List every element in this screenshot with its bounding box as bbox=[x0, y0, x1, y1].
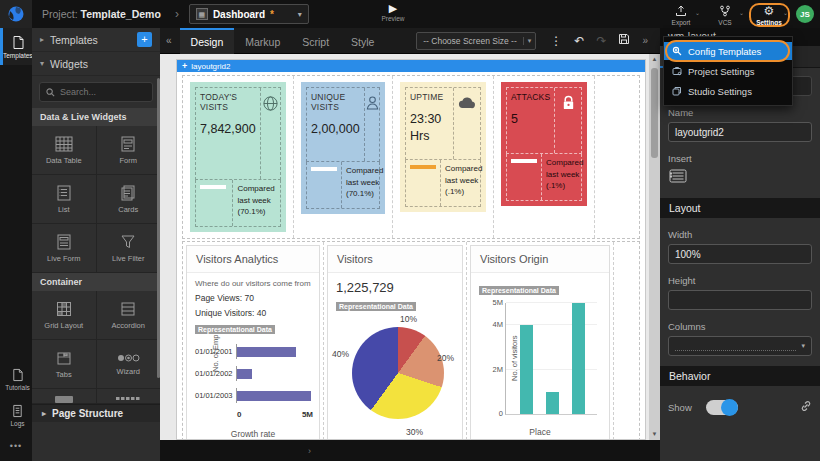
caret-down-icon: ▾ bbox=[523, 37, 536, 45]
save-icon[interactable] bbox=[618, 33, 630, 48]
panel-title: Visitors Analytics bbox=[187, 246, 319, 273]
rail-item-logs[interactable]: Logs bbox=[0, 397, 32, 433]
play-icon: ▶ bbox=[378, 3, 408, 14]
widgets-panel: ▸ Templates + ▾ Widgets Data & Live Widg… bbox=[32, 28, 160, 461]
canvas-page[interactable]: + layoutgrid2 TODAY'S VISITS 7,842,900 bbox=[176, 59, 646, 440]
tab-script[interactable]: Script bbox=[291, 28, 340, 54]
app-logo[interactable] bbox=[0, 0, 32, 28]
widget-item-wizard[interactable]: Wizard bbox=[97, 340, 161, 388]
widget-item-partial-right[interactable] bbox=[97, 389, 161, 403]
scroll-up-icon[interactable]: ▲ bbox=[649, 54, 660, 65]
redo-icon[interactable]: ↷ bbox=[596, 34, 606, 48]
height-field[interactable] bbox=[668, 290, 812, 310]
accordion-icon bbox=[119, 300, 137, 318]
rail-more-button[interactable]: ••• bbox=[0, 433, 32, 461]
canvas-scrollbar[interactable]: ▲ ▼ bbox=[649, 54, 660, 440]
card-note: Compared last week (.1%) bbox=[542, 154, 587, 200]
widget-item-tabs[interactable]: Tabs bbox=[32, 340, 96, 388]
user-avatar[interactable]: JS bbox=[796, 5, 814, 23]
search-icon bbox=[46, 88, 55, 97]
insert-row-button[interactable] bbox=[668, 168, 812, 188]
live-form-icon bbox=[55, 233, 73, 251]
widget-search[interactable] bbox=[39, 82, 153, 102]
group-data-live-widgets: Data & Live Widgets bbox=[32, 108, 160, 126]
spark-bar bbox=[511, 159, 537, 163]
menu-item-project-settings[interactable]: Project Settings bbox=[664, 62, 792, 80]
card-title: UPTIME bbox=[410, 92, 449, 102]
spark-bar bbox=[410, 165, 436, 169]
kebab-menu-icon[interactable]: ⋮ bbox=[550, 34, 562, 48]
undo-icon[interactable]: ↶ bbox=[574, 34, 584, 48]
widget-item-partial-left[interactable] bbox=[32, 389, 96, 403]
rail-item-templates[interactable]: Templates bbox=[0, 28, 32, 65]
spark-bar bbox=[200, 185, 226, 189]
panels-row: Visitors Analytics Where do our visitors… bbox=[182, 241, 640, 440]
growth-rate-bar-chart: No. of Emp 01/01/2001 01/01/2002 01/01/2… bbox=[195, 344, 311, 439]
tab-style[interactable]: Style bbox=[340, 28, 385, 54]
card-note: Compared last week (70.1%) bbox=[233, 180, 280, 226]
widget-item-live-form[interactable]: Live Form bbox=[32, 224, 96, 272]
widget-item-list[interactable]: List bbox=[32, 175, 96, 223]
group-container: Container bbox=[32, 273, 160, 291]
visitors-origin-panel[interactable]: Visitors Origin Representational Data No… bbox=[470, 245, 610, 440]
vcs-button[interactable]: ⌄ VCS bbox=[708, 3, 742, 26]
stat-card-unique-visits[interactable]: UNIQUE VISITS 2,00,000 Compared last wee… bbox=[301, 82, 385, 214]
insert-rows-icon bbox=[668, 168, 688, 184]
tab-markup[interactable]: Markup bbox=[234, 28, 291, 54]
pie-label-20: 20% bbox=[437, 353, 454, 363]
bar-2003 bbox=[237, 391, 311, 401]
collapse-panel-button[interactable]: « bbox=[166, 35, 172, 46]
widget-search-input[interactable] bbox=[60, 87, 140, 97]
more-tools-icon[interactable]: » bbox=[642, 35, 648, 46]
stat-card-todays-visits[interactable]: TODAY'S VISITS 7,842,900 Compared last w… bbox=[190, 82, 286, 232]
screen-size-dropdown[interactable]: -- Choose Screen Size -- ▾ bbox=[416, 32, 536, 50]
widget-item-grid-layout[interactable]: Grid Layout bbox=[32, 291, 96, 339]
card-title: UNIQUE VISITS bbox=[311, 92, 360, 112]
widget-item-accordion[interactable]: Accordion bbox=[97, 291, 161, 339]
stat-card-uptime[interactable]: UPTIME 23:30 Hrs Compared last week (.1%… bbox=[400, 82, 486, 212]
lock-icon bbox=[561, 95, 576, 153]
widget-item-cards[interactable]: Cards bbox=[97, 175, 161, 223]
card-value: 7,842,900 bbox=[200, 121, 256, 138]
widgets-section-header[interactable]: ▾ Widgets bbox=[32, 52, 160, 76]
tab-design[interactable]: Design bbox=[180, 28, 235, 54]
layout-section-header: Layout bbox=[660, 198, 820, 218]
columns-select[interactable]: ▾ bbox=[668, 336, 812, 356]
width-field[interactable] bbox=[668, 244, 812, 264]
visitors-analytics-panel[interactable]: Visitors Analytics Where do our visitors… bbox=[186, 245, 320, 440]
live-filter-icon bbox=[119, 233, 137, 251]
name-field[interactable] bbox=[668, 122, 812, 142]
bind-link-icon[interactable] bbox=[800, 398, 812, 416]
page-structure-section[interactable]: ▸ Page Structure bbox=[32, 404, 160, 422]
widget-item-live-filter[interactable]: Live Filter bbox=[97, 224, 161, 272]
export-icon bbox=[664, 5, 698, 18]
preview-button[interactable]: ▶ Preview bbox=[378, 3, 408, 22]
selection-tag-layoutgrid[interactable]: + layoutgrid2 bbox=[177, 60, 645, 72]
stat-card-attacks[interactable]: ATTACKS 5 Compared last week (.1%) bbox=[501, 82, 587, 206]
add-template-button[interactable]: + bbox=[137, 32, 152, 47]
rail-item-tutorials[interactable]: Tutorials bbox=[0, 361, 32, 397]
visitors-panel[interactable]: Visitors 1,225,729 Representational Data… bbox=[327, 245, 463, 440]
x-axis-label: Growth rate bbox=[195, 429, 311, 439]
show-toggle[interactable] bbox=[706, 400, 738, 415]
settings-button[interactable]: ⚙ ⌄ Settings bbox=[752, 3, 786, 26]
widget-item-form[interactable]: Form bbox=[97, 126, 161, 174]
representational-data-badge: Representational Data bbox=[195, 325, 275, 334]
widget-item-data-table[interactable]: Data Table bbox=[32, 126, 96, 174]
scrollbar-thumb[interactable] bbox=[651, 68, 658, 158]
export-button[interactable]: ⌄ Export bbox=[664, 3, 698, 26]
columns-select-value bbox=[675, 341, 796, 351]
globe-icon bbox=[262, 95, 279, 179]
templates-section-header[interactable]: ▸ Templates + bbox=[32, 28, 160, 52]
pie-label-40: 40% bbox=[332, 349, 349, 359]
scroll-down-icon[interactable]: ▼ bbox=[649, 429, 660, 440]
panel-title: Visitors Origin bbox=[471, 246, 609, 273]
page-selector-dropdown[interactable]: ▦ Dashboard * ▾ bbox=[189, 4, 309, 24]
design-canvas[interactable]: + layoutgrid2 TODAY'S VISITS 7,842,900 bbox=[160, 54, 660, 440]
arrow-collapsed-icon: ▸ bbox=[40, 35, 44, 44]
menu-item-studio-settings[interactable]: Studio Settings bbox=[664, 82, 792, 100]
menu-item-config-templates[interactable]: Config Templates bbox=[664, 42, 792, 60]
column-3 bbox=[572, 303, 585, 414]
chevron-down-icon: ▾ bbox=[298, 10, 302, 19]
arrow-collapsed-icon: ▸ bbox=[42, 409, 46, 418]
